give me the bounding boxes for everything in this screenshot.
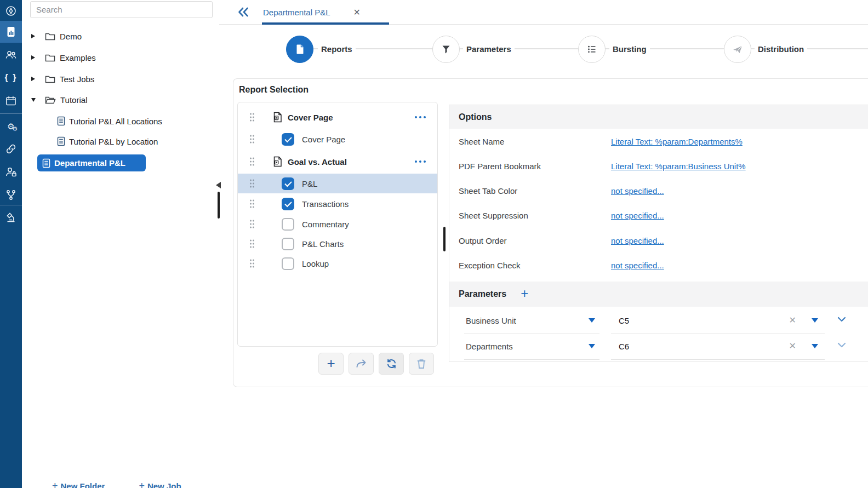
new-folder-link[interactable]: +New Folder [52, 480, 105, 488]
option-value-link[interactable]: not specified... [611, 261, 664, 270]
branch-icon[interactable] [0, 184, 22, 206]
tree-item-tutorial-pl-by-location[interactable]: Tutorial P&L by Location [22, 133, 158, 150]
sheet-row-pl-selected[interactable]: P&L [238, 174, 437, 193]
settings-gears-icon[interactable]: ⚙⚙ [0, 115, 22, 137]
chevron-right-icon[interactable] [31, 34, 38, 38]
team-icon[interactable] [0, 44, 22, 66]
refresh-button[interactable] [379, 353, 404, 375]
sheet-row-transactions[interactable]: Transactions [238, 194, 437, 214]
tree-item-tutorial[interactable]: Tutorial [22, 91, 87, 108]
checkbox-checked[interactable] [282, 133, 294, 146]
filter-funnel-icon [440, 43, 452, 55]
search-input[interactable] [31, 2, 223, 18]
parameter-name-select[interactable]: Business Unit [464, 308, 599, 334]
sheet-row-commentary[interactable]: Commentary [238, 214, 437, 234]
code-braces-icon[interactable]: { } [0, 67, 22, 89]
tree-item-test-jobs[interactable]: Test Jobs [22, 71, 94, 87]
step-reports[interactable] [286, 36, 313, 63]
sheet-label: Commentary [302, 220, 349, 229]
checkbox-unchecked[interactable] [282, 257, 294, 270]
link-icon[interactable] [0, 138, 22, 160]
tab-departmental-pl[interactable]: Departmental P&L ✕ [263, 0, 361, 24]
option-label: Exception Check [459, 261, 521, 270]
drag-handle-icon[interactable] [249, 134, 255, 145]
chevron-right-icon[interactable] [31, 77, 38, 81]
calendar-icon[interactable] [0, 90, 22, 112]
active-tab-underline [262, 22, 389, 25]
folder-icon [45, 54, 55, 62]
checkbox-unchecked[interactable] [282, 218, 294, 231]
add-parameter-icon[interactable]: + [521, 287, 528, 300]
plus-icon: + [139, 480, 145, 488]
options-header: Options [449, 105, 868, 129]
parameter-name: Departments [466, 342, 513, 351]
chevron-right-icon[interactable] [31, 55, 38, 60]
redo-button[interactable] [349, 353, 374, 375]
tree-item-label: Examples [60, 53, 96, 62]
delete-button[interactable] [409, 353, 434, 375]
report-selection-title: Report Selection [239, 85, 309, 95]
sheet-row-pl-charts[interactable]: P&L Charts [238, 234, 437, 254]
workbook-row-cover-page[interactable]: Cover Page [238, 107, 437, 127]
rail-divider [0, 113, 22, 114]
step-label-reports: Reports [318, 44, 356, 54]
drag-handle-icon[interactable] [249, 198, 255, 209]
parameter-row-departments: Departments C6 ✕ [449, 334, 868, 360]
tree-item-departmental-pl-selected[interactable]: Departmental P&L [37, 154, 146, 171]
report-icon[interactable] [0, 21, 22, 43]
parameter-value-select[interactable]: C6 ✕ [611, 334, 825, 360]
workbook-row-goal-vs-actual[interactable]: Goal vs. Actual [238, 152, 437, 171]
step-label-bursting: Bursting [609, 44, 650, 54]
parameter-value-select[interactable]: C5 ✕ [611, 308, 825, 334]
tree-item-tutorial-pl-all-locations[interactable]: Tutorial P&L All Locations [22, 113, 162, 129]
more-options-icon[interactable] [414, 116, 426, 119]
compass-icon[interactable] [0, 0, 22, 22]
user-lock-icon[interactable] [0, 161, 22, 183]
option-label: Sheet Suppression [459, 211, 528, 220]
parameter-name-select[interactable]: Departments [464, 334, 599, 360]
add-button[interactable]: + [318, 353, 344, 375]
checkbox-unchecked[interactable] [282, 238, 294, 250]
checkbox-checked[interactable] [282, 198, 294, 210]
option-value-link[interactable]: not specified... [611, 211, 664, 220]
drag-handle-icon[interactable] [249, 112, 255, 123]
chevron-down-icon[interactable] [31, 98, 38, 102]
microscope-icon[interactable] [0, 206, 22, 228]
collapse-panel-icon[interactable] [236, 4, 251, 20]
excel-workbook-icon [273, 156, 282, 167]
parameters-title: Parameters [459, 289, 506, 299]
panel-collapse-arrow-icon[interactable] [216, 182, 221, 188]
drag-handle-icon[interactable] [249, 156, 255, 167]
tree-item-demo[interactable]: Demo [22, 28, 82, 44]
expand-chevron-icon[interactable] [837, 342, 847, 348]
drag-handle-icon[interactable] [249, 258, 255, 269]
tree-item-examples[interactable]: Examples [22, 49, 96, 66]
step-bursting[interactable] [578, 36, 606, 63]
clear-icon[interactable]: ✕ [789, 341, 796, 351]
sheet-row-cover-page[interactable]: Cover Page [238, 129, 437, 149]
checkbox-checked[interactable] [282, 177, 294, 190]
parameter-name: Business Unit [466, 316, 516, 325]
more-options-icon[interactable] [414, 160, 426, 163]
sheet-row-lookup[interactable]: Lookup [238, 254, 437, 273]
new-job-link[interactable]: +New Job [139, 480, 181, 488]
icon-rail: { } ⚙⚙ [0, 0, 22, 488]
plus-icon: + [52, 480, 58, 488]
option-value-link[interactable]: Literal Text: %param:Business Unit% [611, 162, 746, 171]
option-value-link[interactable]: not specified... [611, 186, 664, 196]
report-config-card: Report Selection Cover Page Cover Page G… [233, 78, 868, 387]
step-parameters[interactable] [432, 36, 460, 63]
workbook-label: Cover Page [288, 113, 333, 122]
option-value-link[interactable]: not specified... [611, 236, 664, 245]
drag-handle-icon[interactable] [249, 219, 255, 229]
clear-icon[interactable]: ✕ [789, 315, 796, 325]
expand-chevron-icon[interactable] [837, 316, 847, 323]
step-distribution[interactable] [724, 36, 751, 63]
close-icon[interactable]: ✕ [353, 7, 361, 18]
tree-item-label: Departmental P&L [54, 158, 125, 168]
option-row-exception-check: Exception Check not specified... [449, 254, 868, 278]
drag-handle-icon[interactable] [249, 238, 255, 249]
option-value-link[interactable]: Literal Text: %param:Departments% [611, 137, 743, 146]
drag-handle-icon[interactable] [249, 178, 255, 189]
options-panel: Options Sheet Name Literal Text: %param:… [449, 105, 868, 362]
